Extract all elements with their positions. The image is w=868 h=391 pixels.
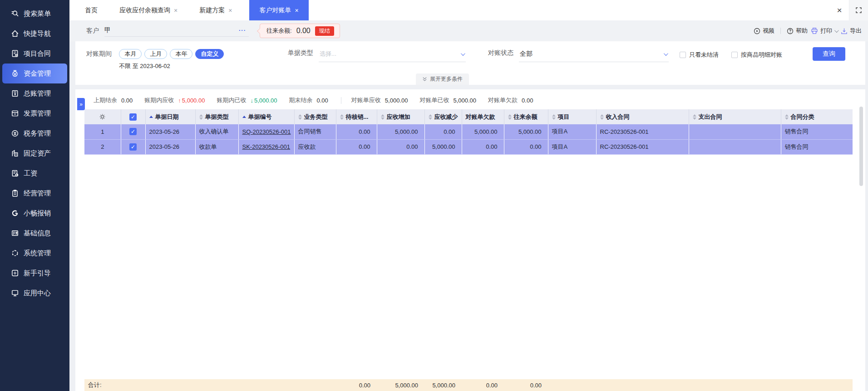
sidebar-item-project-contract[interactable]: 项目合同 [0,44,69,64]
tab-home[interactable]: 首页 [77,0,106,20]
more-ellipsis-icon[interactable]: ··· [239,27,246,34]
customer-header-row: 客户 甲 ··· 往来余额: 0.00 现结 视频 帮助 [69,20,868,41]
cell-pending: 0.00 [336,124,377,139]
sidebar-item-label: 系统管理 [24,249,51,258]
period-option-this-year[interactable]: 本年 [170,49,192,59]
sidebar-item-search-menu[interactable]: 搜索菜单 [0,4,69,24]
sort-icon[interactable] [508,114,512,120]
video-button[interactable]: 视频 [754,27,774,35]
period-option-last-month[interactable]: 上月 [144,49,167,59]
header-income-contract[interactable]: 收入合同 [596,109,689,124]
sort-asc-icon[interactable] [149,116,153,118]
query-button[interactable]: 查询 [813,47,845,61]
help-button[interactable]: 帮助 [787,27,808,35]
header-ar-decrease[interactable]: 应收减少 [424,109,462,124]
sort-icon[interactable] [199,114,203,120]
totals-ar-increase: 5,000.00 [377,379,424,391]
checkbox-checked-icon[interactable]: ✓ [129,128,137,135]
sidebar-item-label: 税务管理 [24,129,51,138]
base-info-icon [11,229,19,237]
statement-panel: » 上期结余 0.00 账期内应收 ↑ 5,000.00 账期内已收 ↓ 5,0… [75,89,865,391]
checkbox-checked-icon[interactable]: ✓ [129,113,137,121]
sidebar-item-business-management[interactable]: 经营管理 [0,183,69,203]
sort-icon[interactable] [298,114,302,120]
cell-doc-date: 2023-05-26 [145,124,195,139]
close-icon[interactable]: × [830,0,849,20]
checkbox-checked-icon[interactable]: ✓ [129,143,137,151]
sort-icon[interactable] [552,114,556,120]
doc-no-link[interactable]: SQ-20230526-001 [242,128,291,135]
doc-type-select[interactable]: 选择... [319,49,466,62]
double-chevron-down-icon [422,77,427,82]
sidebar-item-fixed-assets[interactable]: 固定资产 [0,143,69,163]
sort-asc-icon[interactable] [242,116,246,118]
header-contract-category[interactable]: 合同分类 [781,109,853,124]
header-balance[interactable]: 往来余额 [504,109,548,124]
sidebar-item-base-info[interactable]: 基础信息 [0,223,69,243]
header-stmt-due[interactable]: 对账单欠款 [462,109,504,124]
header-doc-type[interactable]: 单据类型 [195,109,238,124]
header-doc-no[interactable]: 单据编号 [238,109,294,124]
divider [780,28,781,34]
customer-field[interactable]: 甲 ··· [104,25,249,37]
sidebar-item-quick-nav[interactable]: 快捷导航 [0,24,69,44]
tab-close-icon[interactable]: × [174,7,178,14]
header-ar-increase[interactable]: 应收增加 [377,109,424,124]
sidebar-item-invoice-management[interactable]: 发票管理 [0,103,69,123]
summary-end-balance: 期末结余 0.00 [289,96,328,104]
sort-icon[interactable] [600,114,604,120]
tab-new-plan[interactable]: 新建方案 × [191,0,240,20]
table-row[interactable]: 2 ✓ 2023-05-26 收款单 SK-20230526-001 应收款 0… [84,139,853,154]
period-option-custom[interactable]: 自定义 [195,49,224,59]
main-area: 首页 应收应付余额查询 × 新建方案 × 客户对账单 × × [69,0,868,391]
sort-icon[interactable] [785,114,789,120]
sidebar-item-label: 快捷导航 [24,29,51,38]
sidebar-item-label: 搜索菜单 [24,10,51,18]
tab-close-icon[interactable]: × [228,7,232,14]
expand-more-button[interactable]: 展开更多条件 [416,73,469,85]
doc-no-link[interactable]: SK-20230526-001 [242,143,291,150]
by-product-detail-checkbox[interactable]: 按商品明细对账 [731,51,782,59]
chevron-down-icon [834,28,839,33]
collapse-expander-button[interactable]: » [77,98,85,110]
period-option-this-month[interactable]: 本月 [119,49,142,59]
totals-label: 合计: [84,379,145,391]
period-label: 对账期间 [86,50,112,57]
sidebar-item-label: 工资 [24,169,37,178]
header-expense-contract[interactable]: 支出合同 [689,109,781,124]
settle-badge[interactable]: 现结 [315,26,334,36]
sort-icon[interactable] [340,114,344,120]
sidebar-item-xiaochang-expense[interactable]: 小畅报销 [0,203,69,223]
tab-close-icon[interactable]: × [295,7,298,14]
header-biz-type[interactable]: 业务类型 [294,109,336,124]
tab-receivable-payable-balance[interactable]: 应收应付余额查询 × [111,0,186,20]
sidebar-item-general-ledger[interactable]: 总账管理 [0,83,69,103]
checkbox-unchecked-icon[interactable] [731,52,738,58]
checkbox-unchecked-icon[interactable] [680,52,686,58]
sort-icon[interactable] [693,114,696,120]
table-row[interactable]: 1 ✓ 2023-05-26 收入确认单 SQ-20230526-001 合同销… [84,124,853,139]
vertical-scrollbar[interactable] [859,107,863,186]
period-range-value[interactable]: 不限 至 2023-06-02 [119,62,224,70]
sort-icon[interactable] [381,114,385,120]
column-settings-header[interactable] [84,109,121,124]
sidebar-item-beginner-guide[interactable]: 新手引导 [0,263,69,283]
header-project[interactable]: 项目 [548,109,596,124]
select-all-header[interactable]: ✓ [121,109,145,124]
export-button[interactable]: 导出 [841,27,862,35]
tab-customer-statement[interactable]: 客户对账单 × [249,0,308,20]
print-button[interactable]: 打印 [811,27,838,35]
sidebar-item-tax-management[interactable]: 税务管理 [0,123,69,143]
status-select[interactable]: 全部 [519,49,669,62]
cell-balance: 0.00 [504,139,548,154]
fullscreen-icon[interactable] [849,0,868,20]
sidebar-item-app-center[interactable]: 应用中心 [0,283,69,303]
sidebar-item-payroll[interactable]: 工资 [0,163,69,183]
header-doc-date[interactable]: 单据日期 [145,109,195,124]
sidebar-item-system-management[interactable]: 系统管理 [0,243,69,263]
summary-period-received: 账期内已收 ↓ 5,000.00 [217,96,277,104]
sidebar-item-funds-management[interactable]: 资金管理 [2,64,67,83]
only-unsettled-checkbox[interactable]: 只看未结清 [680,51,719,59]
header-pending[interactable]: 待核销... [336,109,377,124]
sort-icon[interactable] [429,114,432,120]
